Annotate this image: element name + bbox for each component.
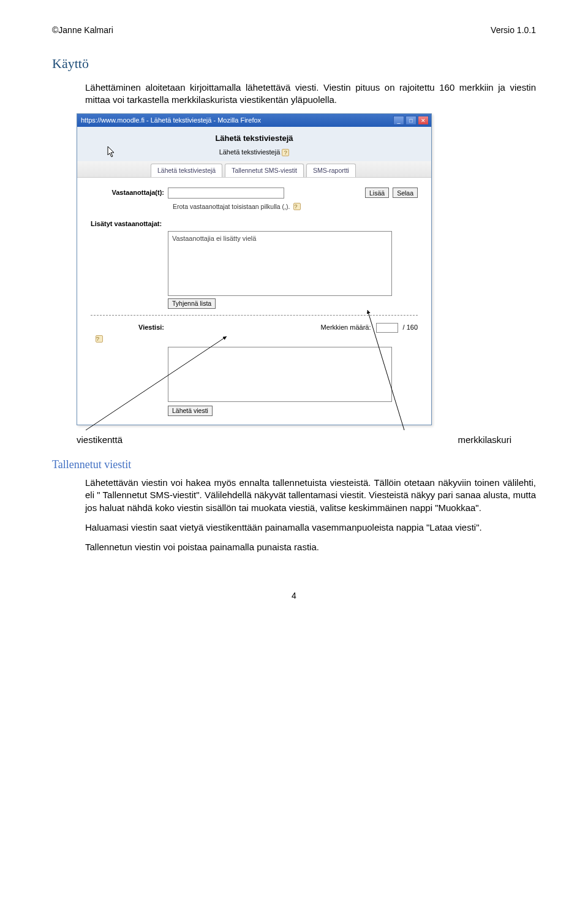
recipients-input[interactable] xyxy=(168,188,284,199)
message-label: Viestisi: xyxy=(91,323,164,332)
cursor-icon xyxy=(107,146,116,158)
close-button[interactable]: ✕ xyxy=(418,116,429,125)
callout-arrows xyxy=(52,425,536,431)
added-recipients-label: Lisätyt vastaanottajat: xyxy=(91,219,418,229)
add-button[interactable]: Lisää xyxy=(365,188,389,198)
section-heading: Tallennetut viestit xyxy=(52,457,536,472)
header-version: Versio 1.0.1 xyxy=(491,25,536,36)
char-count-label: Merkkien määrä: xyxy=(321,323,371,332)
sub-heading: Lähetä tekstiviestejä xyxy=(219,148,281,156)
window-titlebar: https://www.moodle.fi - Lähetä tekstivie… xyxy=(77,114,431,127)
char-count-value xyxy=(376,323,398,333)
page-title: Käyttö xyxy=(52,55,536,73)
tab-report[interactable]: SMS-raportti xyxy=(306,164,356,176)
intro-paragraph: Lähettäminen aloitetaan kirjoittamalla l… xyxy=(85,81,536,107)
page-heading: Lähetä tekstiviestejä xyxy=(77,127,431,148)
tab-row: Lähetä tekstiviestejä Tallennetut SMS-vi… xyxy=(77,161,431,177)
no-recipients-text: Vastaanottajia ei lisätty vielä xyxy=(172,235,256,242)
message-textarea[interactable] xyxy=(168,347,392,402)
header-author: ©Janne Kalmari xyxy=(52,25,113,36)
help-icon[interactable]: ? xyxy=(282,149,289,156)
char-count-max: / 160 xyxy=(403,323,418,332)
page-number: 4 xyxy=(52,590,536,602)
minimize-button[interactable]: _ xyxy=(393,116,404,125)
tab-send[interactable]: Lähetä tekstiviestejä xyxy=(151,164,222,176)
callout-right: merkkilaskuri xyxy=(458,434,511,446)
body-paragraph-2: Haluamasi viestin saat vietyä viestikent… xyxy=(85,521,536,534)
send-button[interactable]: Lähetä viesti xyxy=(168,406,213,416)
window-title: https://www.moodle.fi - Lähetä tekstivie… xyxy=(81,116,261,125)
body-paragraph-3: Tallennetun viestin voi poistaa painamal… xyxy=(85,541,536,553)
recipients-list[interactable]: Vastaanottajia ei lisätty vielä xyxy=(168,231,392,296)
clear-list-button[interactable]: Tyhjennä lista xyxy=(168,298,216,309)
divider xyxy=(91,315,418,316)
tab-saved[interactable]: Tallennetut SMS-viestit xyxy=(225,164,304,176)
browse-button[interactable]: Selaa xyxy=(393,188,418,198)
maximize-button[interactable]: □ xyxy=(405,116,417,125)
browser-window: https://www.moodle.fi - Lähetä tekstivie… xyxy=(77,113,432,425)
screenshot-container: https://www.moodle.fi - Lähetä tekstivie… xyxy=(77,113,536,425)
callout-left: viestikenttä xyxy=(77,434,123,446)
separator-hint: Erota vastaanottajat toisistaan pilkulla… xyxy=(173,202,290,211)
recipients-label: Vastaanottaja(t): xyxy=(91,188,164,197)
body-paragraph-1: Lähetettävän viestin voi hakea myös enna… xyxy=(85,477,536,514)
help-icon[interactable]: ? xyxy=(96,335,103,343)
help-icon[interactable]: ? xyxy=(293,203,301,210)
